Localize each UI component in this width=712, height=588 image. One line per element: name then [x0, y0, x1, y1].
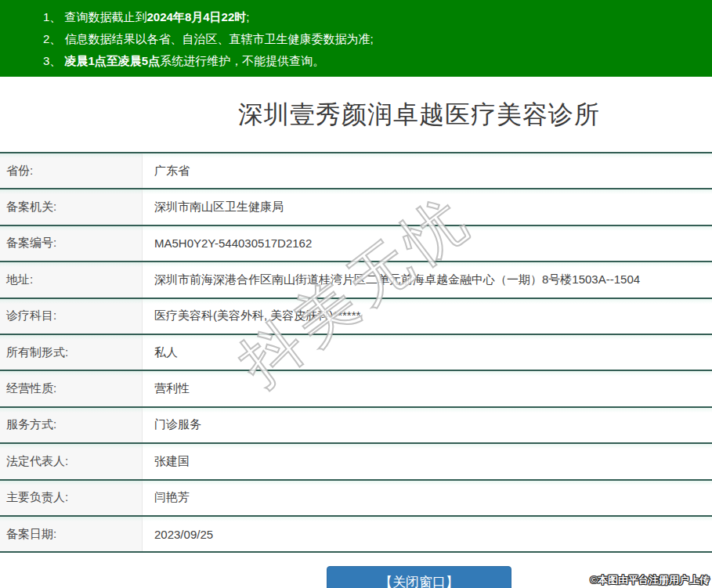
- field-value: 张建国: [143, 444, 712, 478]
- notice-3-post: 系统进行维护，不能提供查询。: [160, 54, 324, 67]
- page-title: 深圳壹秀颜润卓越医疗美容诊所: [0, 98, 712, 132]
- notice-1-bold: 2024年8月4日22时: [147, 10, 247, 23]
- field-label: 诊疗科目:: [0, 299, 143, 334]
- field-label: 主要负责人:: [0, 481, 143, 515]
- notice-banner: 1、 查询数据截止到2024年8月4日22时; 2、 信息数据结果以各省、自治区…: [0, 0, 712, 77]
- field-value: 2023/09/25: [143, 517, 712, 551]
- field-value: 深圳市南山区卫生健康局: [143, 189, 712, 224]
- corner-upload-watermark: ©本图由平台注册用户上传: [590, 573, 710, 587]
- notice-3-text: 3、: [43, 54, 65, 67]
- notice-1-post: ;: [246, 10, 249, 23]
- field-label: 所有制形式:: [0, 335, 143, 370]
- row-address: 地址: 深圳市前海深港合作区南山街道桂湾片区二单元前海卓越金融中心（一期）8号楼…: [0, 261, 712, 297]
- row-legal-representative: 法定代表人: 张建国: [0, 442, 712, 478]
- field-value: 营利性: [143, 371, 712, 406]
- row-principal: 主要负责人: 闫艳芳: [0, 479, 712, 515]
- field-value: 深圳市前海深港合作区南山街道桂湾片区二单元前海卓越金融中心（一期）8号楼1503…: [143, 262, 712, 297]
- field-label: 服务方式:: [0, 408, 143, 442]
- field-label: 省份:: [0, 153, 143, 188]
- row-registration-authority: 备案机关: 深圳市南山区卫生健康局: [0, 188, 712, 224]
- field-value: 医疗美容科(美容外科, 美容皮肤科)******: [143, 299, 712, 334]
- row-service-mode: 服务方式: 门诊服务: [0, 406, 712, 442]
- field-label: 备案编号:: [0, 226, 143, 261]
- close-window-button[interactable]: 【关闭窗口】: [327, 566, 511, 588]
- notice-1-text: 1、 查询数据截止到: [43, 10, 147, 23]
- row-registration-number: 备案编号: MA5H0Y2Y-544030517D2162: [0, 225, 712, 261]
- field-label: 备案日期:: [0, 517, 143, 551]
- field-label: 备案机关:: [0, 189, 143, 224]
- row-registration-date: 备案日期: 2023/09/25: [0, 515, 712, 551]
- field-value: MA5H0Y2Y-544030517D2162: [143, 226, 712, 261]
- field-value: 门诊服务: [143, 408, 712, 442]
- field-label: 法定代表人:: [0, 444, 143, 478]
- notice-2-text: 2、 信息数据结果以各省、自治区、直辖市卫生健康委数据为准;: [43, 32, 374, 45]
- row-province: 省份: 广东省: [0, 152, 712, 188]
- notice-line-3: 3、 凌晨1点至凌晨5点系统进行维护，不能提供查询。: [43, 50, 704, 72]
- notice-line-1: 1、 查询数据截止到2024年8月4日22时;: [43, 6, 704, 28]
- registration-detail-table: 省份: 广东省 备案机关: 深圳市南山区卫生健康局 备案编号: MA5H0Y2Y…: [0, 152, 712, 553]
- row-ownership-type: 所有制形式: 私人: [0, 334, 712, 370]
- notice-3-bold: 凌晨1点至凌晨5点: [65, 54, 161, 67]
- field-value: 广东省: [143, 153, 712, 188]
- field-value: 闫艳芳: [143, 481, 712, 515]
- field-label: 地址:: [0, 262, 143, 297]
- row-business-nature: 经营性质: 营利性: [0, 370, 712, 406]
- row-clinical-departments: 诊疗科目: 医疗美容科(美容外科, 美容皮肤科)******: [0, 298, 712, 334]
- field-value: 私人: [143, 335, 712, 370]
- notice-line-2: 2、 信息数据结果以各省、自治区、直辖市卫生健康委数据为准;: [43, 28, 704, 50]
- field-label: 经营性质:: [0, 371, 143, 406]
